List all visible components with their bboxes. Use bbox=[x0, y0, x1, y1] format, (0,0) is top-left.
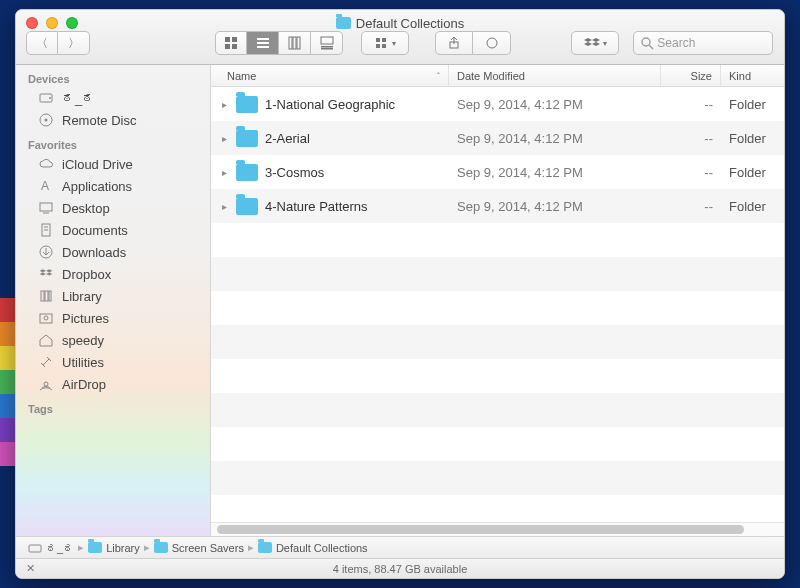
sidebar-item-label: ಠ_ಠ bbox=[62, 91, 95, 106]
svg-rect-26 bbox=[40, 203, 52, 211]
table-row bbox=[211, 223, 784, 257]
sidebar-item[interactable]: Pictures bbox=[16, 307, 210, 329]
dropbox-icon bbox=[584, 37, 600, 49]
horizontal-scrollbar[interactable] bbox=[211, 522, 784, 536]
table-row[interactable]: ▸4-Nature PatternsSep 9, 2014, 4:12 PM--… bbox=[211, 189, 784, 223]
path-bar: ಠ_ಠ▸Library▸Screen Savers▸Default Collec… bbox=[16, 536, 784, 558]
sidebar-item[interactable]: Library bbox=[16, 285, 210, 307]
folder-icon bbox=[154, 542, 168, 553]
list-view-button[interactable] bbox=[247, 31, 279, 55]
svg-rect-9 bbox=[297, 37, 300, 49]
folder-icon bbox=[258, 542, 272, 553]
svg-rect-38 bbox=[29, 545, 41, 552]
sidebar-item-label: speedy bbox=[62, 333, 104, 348]
table-row bbox=[211, 291, 784, 325]
sidebar-item[interactable]: iCloud Drive bbox=[16, 153, 210, 175]
share-button[interactable] bbox=[435, 31, 473, 55]
path-label: Library bbox=[106, 542, 140, 554]
sidebar-item-label: Desktop bbox=[62, 201, 110, 216]
column-date[interactable]: Date Modified bbox=[449, 65, 661, 86]
sidebar-item[interactable]: Desktop bbox=[16, 197, 210, 219]
svg-rect-15 bbox=[376, 44, 380, 48]
table-row bbox=[211, 257, 784, 291]
svg-rect-7 bbox=[289, 37, 292, 49]
file-date: Sep 9, 2014, 4:12 PM bbox=[449, 199, 661, 214]
disclosure-triangle-icon[interactable]: ▸ bbox=[219, 167, 229, 178]
path-item[interactable]: Default Collections bbox=[258, 542, 368, 554]
folder-icon bbox=[236, 198, 258, 215]
disclosure-triangle-icon[interactable]: ▸ bbox=[219, 201, 229, 212]
pictures-icon bbox=[38, 310, 54, 326]
path-item[interactable]: Screen Savers bbox=[154, 542, 244, 554]
search-field[interactable]: Search bbox=[633, 31, 773, 55]
table-row[interactable]: ▸2-AerialSep 9, 2014, 4:12 PM--Folder bbox=[211, 121, 784, 155]
column-view-button[interactable] bbox=[279, 31, 311, 55]
dropbox-button[interactable]: ▾ bbox=[571, 31, 619, 55]
documents-icon bbox=[38, 222, 54, 238]
file-size: -- bbox=[661, 97, 721, 112]
sidebar-item[interactable]: ಠ_ಠ bbox=[16, 87, 210, 109]
svg-rect-11 bbox=[321, 46, 333, 48]
column-size[interactable]: Size bbox=[661, 65, 721, 86]
path-separator-icon: ▸ bbox=[78, 541, 84, 554]
search-icon bbox=[641, 37, 654, 50]
svg-rect-16 bbox=[382, 44, 386, 48]
sidebar-item-label: AirDrop bbox=[62, 377, 106, 392]
svg-rect-6 bbox=[257, 46, 269, 48]
sidebar-item[interactable]: Downloads bbox=[16, 241, 210, 263]
sidebar-item[interactable]: Documents bbox=[16, 219, 210, 241]
folder-icon bbox=[88, 542, 102, 553]
table-row bbox=[211, 427, 784, 461]
file-kind: Folder bbox=[721, 165, 784, 180]
table-row[interactable]: ▸1-National GeographicSep 9, 2014, 4:12 … bbox=[211, 87, 784, 121]
coverflow-view-button[interactable] bbox=[311, 31, 343, 55]
svg-rect-0 bbox=[225, 37, 230, 42]
svg-rect-12 bbox=[321, 48, 333, 50]
sidebar-item[interactable]: AApplications bbox=[16, 175, 210, 197]
disclosure-triangle-icon[interactable]: ▸ bbox=[219, 133, 229, 144]
path-label: ಠ_ಠ bbox=[46, 542, 74, 554]
chevron-down-icon: ▾ bbox=[392, 39, 396, 48]
svg-rect-35 bbox=[40, 314, 52, 323]
svg-rect-8 bbox=[293, 37, 296, 49]
back-button[interactable]: 〈 bbox=[26, 31, 58, 55]
dropbox-icon bbox=[38, 266, 54, 282]
sidebar-item-label: Downloads bbox=[62, 245, 126, 260]
table-row[interactable]: ▸3-CosmosSep 9, 2014, 4:12 PM--Folder bbox=[211, 155, 784, 189]
path-item[interactable]: Library bbox=[88, 542, 140, 554]
svg-point-24 bbox=[45, 119, 48, 122]
folder-icon bbox=[236, 164, 258, 181]
disclosure-triangle-icon[interactable]: ▸ bbox=[219, 99, 229, 110]
tags-button[interactable] bbox=[473, 31, 511, 55]
downloads-icon bbox=[38, 244, 54, 260]
file-date: Sep 9, 2014, 4:12 PM bbox=[449, 165, 661, 180]
path-item[interactable]: ಠ_ಠ bbox=[28, 542, 74, 554]
table-row bbox=[211, 325, 784, 359]
column-kind[interactable]: Kind bbox=[721, 65, 784, 86]
svg-rect-32 bbox=[41, 291, 44, 301]
svg-text:A: A bbox=[41, 179, 49, 193]
sidebar-item-label: Dropbox bbox=[62, 267, 111, 282]
sidebar-item-label: Remote Disc bbox=[62, 113, 136, 128]
column-name[interactable]: Nameˆ bbox=[211, 65, 449, 86]
forward-button[interactable]: 〉 bbox=[58, 31, 90, 55]
close-icon[interactable]: ✕ bbox=[26, 562, 35, 575]
arrange-button[interactable]: ▾ bbox=[361, 31, 409, 55]
sidebar-item[interactable]: Dropbox bbox=[16, 263, 210, 285]
file-size: -- bbox=[661, 131, 721, 146]
svg-line-20 bbox=[649, 45, 653, 49]
scrollbar-thumb[interactable] bbox=[217, 525, 744, 534]
svg-point-37 bbox=[44, 382, 48, 386]
svg-point-19 bbox=[642, 38, 650, 46]
file-date: Sep 9, 2014, 4:12 PM bbox=[449, 97, 661, 112]
sidebar-item[interactable]: speedy bbox=[16, 329, 210, 351]
sidebar-item[interactable]: AirDrop bbox=[16, 373, 210, 395]
svg-rect-14 bbox=[382, 38, 386, 42]
finder-window: Default Collections 〈 〉 ▾ ▾ Search Devic… bbox=[15, 9, 785, 579]
status-text: 4 items, 88.47 GB available bbox=[333, 563, 468, 575]
file-name: 3-Cosmos bbox=[265, 165, 324, 180]
sort-caret-icon: ˆ bbox=[437, 71, 440, 81]
sidebar-item[interactable]: Utilities bbox=[16, 351, 210, 373]
icon-view-button[interactable] bbox=[215, 31, 247, 55]
sidebar-item[interactable]: Remote Disc bbox=[16, 109, 210, 131]
